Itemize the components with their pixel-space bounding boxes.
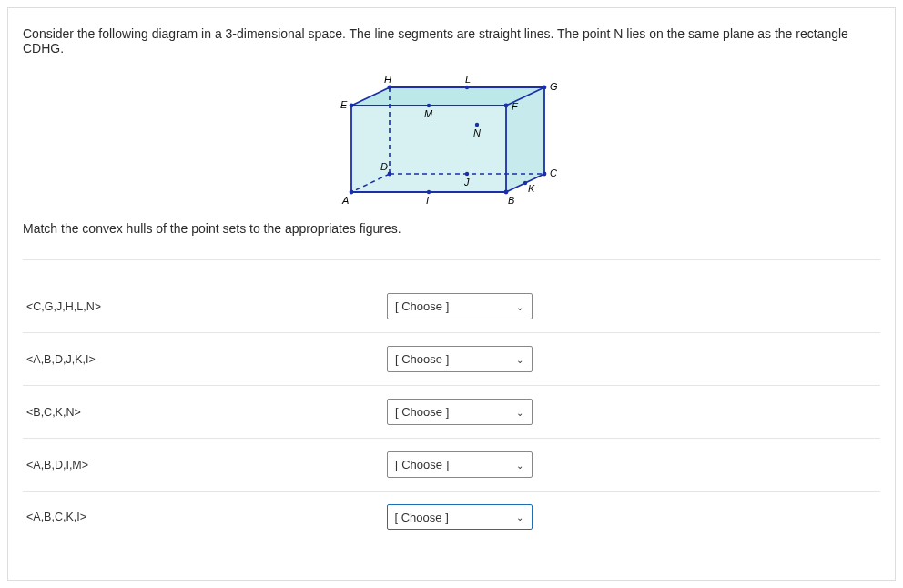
svg-point-15 (350, 190, 354, 195)
match-select[interactable]: [ Choose ]⌄ (387, 451, 533, 478)
svg-point-21 (543, 86, 547, 90)
select-box: [ Choose ]⌄ (387, 293, 533, 319)
select-box: [ Choose ]⌄ (387, 399, 533, 425)
label-G: G (550, 81, 558, 92)
match-select[interactable]: [ Choose ]⌄ (387, 293, 533, 319)
label-C: C (550, 167, 557, 178)
svg-point-23 (427, 190, 431, 194)
match-select[interactable]: [ Choose ]⌄ (387, 399, 533, 425)
match-label: <A,B,D,J,K,I> (23, 353, 387, 366)
match-label: <A,B,C,K,I> (23, 511, 387, 523)
svg-point-25 (523, 181, 527, 185)
svg-point-20 (504, 104, 509, 108)
label-B: B (508, 195, 514, 206)
label-L: L (465, 74, 471, 85)
match-row: <A,B,D,I,M> [ Choose ]⌄ (23, 439, 880, 492)
match-select[interactable]: [ Choose ]⌄ (387, 504, 533, 530)
diagram: A B C D E F G H I J K L M N (306, 65, 597, 210)
svg-point-28 (475, 123, 479, 127)
match-label: <B,C,K,N> (23, 406, 387, 419)
svg-point-17 (543, 172, 547, 177)
question-container: Consider the following diagram in a 3-di… (7, 7, 896, 581)
chevron-down-icon: ⌄ (516, 512, 523, 522)
svg-point-27 (427, 104, 431, 107)
prism-svg: A B C D E F G H I J K L M N (306, 65, 597, 210)
label-N: N (473, 127, 481, 138)
label-J: J (463, 177, 470, 188)
label-A: A (341, 195, 349, 206)
svg-point-18 (388, 172, 392, 177)
svg-point-26 (465, 86, 469, 89)
select-box: [ Choose ]⌄ (387, 451, 533, 478)
chevron-down-icon: ⌄ (516, 354, 523, 364)
question-prompt: Consider the following diagram in a 3-di… (23, 26, 880, 56)
match-instruction: Match the convex hulls of the point sets… (23, 221, 880, 260)
chevron-down-icon: ⌄ (516, 301, 523, 311)
svg-point-24 (465, 172, 469, 176)
match-row: <A,B,D,J,K,I> [ Choose ]⌄ (23, 333, 880, 386)
label-H: H (384, 74, 391, 85)
label-I: I (426, 195, 429, 206)
match-row: <A,B,C,K,I> [ Choose ]⌄ (23, 492, 880, 542)
diagram-wrap: A B C D E F G H I J K L M N (23, 65, 880, 210)
svg-point-16 (504, 190, 509, 195)
svg-point-19 (350, 104, 354, 108)
match-select[interactable]: [ Choose ]⌄ (387, 346, 533, 372)
select-box: [ Choose ]⌄ (387, 504, 533, 530)
match-row: <B,C,K,N> [ Choose ]⌄ (23, 386, 880, 439)
select-box: [ Choose ]⌄ (387, 346, 533, 372)
chevron-down-icon: ⌄ (516, 460, 523, 470)
label-E: E (340, 99, 348, 110)
match-row: <C,G,J,H,L,N> [ Choose ]⌄ (23, 280, 880, 333)
label-K: K (528, 183, 535, 194)
match-label: <C,G,J,H,L,N> (23, 300, 387, 313)
label-M: M (424, 108, 433, 119)
label-D: D (380, 161, 388, 172)
svg-point-22 (388, 86, 392, 90)
chevron-down-icon: ⌄ (516, 407, 523, 417)
match-label: <A,B,D,I,M> (23, 459, 387, 471)
